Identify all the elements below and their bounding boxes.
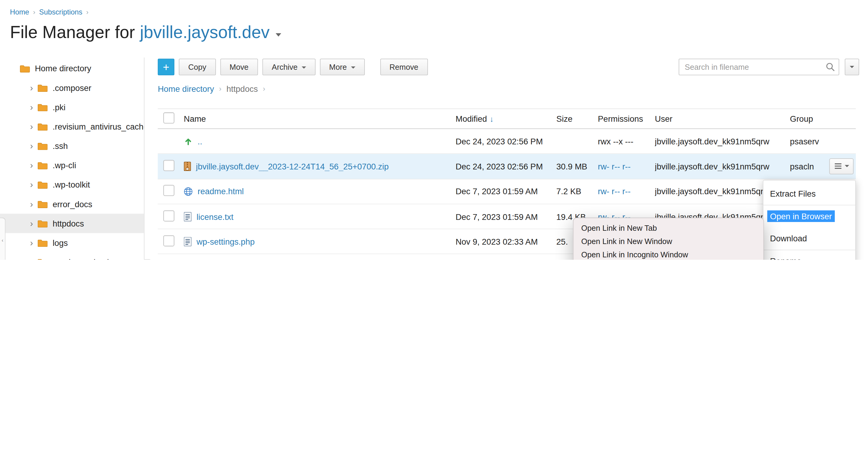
menu-item-open-in-browser-label: Open in Browser xyxy=(767,211,835,222)
sidebar-item-label: Home directory xyxy=(35,64,91,73)
domain-selector-caret-icon[interactable] xyxy=(276,33,281,36)
search-icon[interactable] xyxy=(826,63,835,71)
parent-directory-link[interactable]: .. xyxy=(197,136,202,146)
sidebar-item-wp-toolkit[interactable]: › .wp-toolkit xyxy=(0,175,144,194)
sidebar-item-label: wordpress-backups xyxy=(53,257,124,260)
user-cell: jbville.jaysoft.dev_kk91nm5qrw xyxy=(655,136,790,146)
sidebar-item-pki[interactable]: › .pki xyxy=(0,98,144,117)
user-cell: jbville.jaysoft.dev_kk91nm5qrw xyxy=(655,162,790,171)
copy-button[interactable]: Copy xyxy=(179,59,216,75)
row-menu-button[interactable] xyxy=(829,158,854,174)
row-checkbox[interactable] xyxy=(163,185,175,196)
move-button-label: Move xyxy=(229,63,249,71)
menu-item-download[interactable]: Download xyxy=(764,227,855,250)
context-item-open-link-incognito[interactable]: Open Link in Incognito Window xyxy=(574,248,764,260)
folder-icon xyxy=(38,103,48,111)
context-item-open-link-new-window[interactable]: Open Link in New Window xyxy=(574,235,764,248)
add-button[interactable]: + xyxy=(158,59,174,75)
breadcrumb-subscriptions-link[interactable]: Subscriptions xyxy=(39,8,83,16)
chevron-right-icon[interactable]: › xyxy=(28,220,36,227)
folder-icon xyxy=(20,65,30,72)
row-checkbox[interactable] xyxy=(163,160,175,171)
file-name-link[interactable]: readme.html xyxy=(197,187,244,196)
table-row: jbville.jaysoft.dev__2023-12-24T14_56_25… xyxy=(158,154,856,179)
more-button[interactable]: More xyxy=(320,59,365,75)
search-options-button[interactable] xyxy=(845,59,859,75)
archive-button[interactable]: Archive xyxy=(262,59,315,75)
left-panel-collapse-handle[interactable]: ‹ xyxy=(0,218,5,260)
sidebar-item-label: error_docs xyxy=(53,199,92,209)
chevron-right-icon[interactable]: › xyxy=(28,200,36,208)
chevron-right-icon[interactable]: › xyxy=(28,103,36,111)
path-separator: › xyxy=(219,85,221,93)
page-title-prefix: File Manager for xyxy=(10,23,135,42)
sidebar-item-label: .wp-toolkit xyxy=(53,180,90,189)
size-cell: 7.2 KB xyxy=(556,187,598,196)
column-header-modified-label: Modified xyxy=(456,114,487,124)
chevron-right-icon[interactable]: › xyxy=(28,181,36,188)
move-button[interactable]: Move xyxy=(220,59,258,75)
php-file-icon xyxy=(184,237,192,246)
sidebar-item-revisium-antivirus-cache[interactable]: › .revisium_antivirus_cache xyxy=(0,117,144,136)
file-name-link[interactable]: license.txt xyxy=(196,212,234,221)
permissions-link[interactable]: rw- r-- r-- xyxy=(598,162,630,171)
column-header-modified[interactable]: Modified↓ xyxy=(456,114,556,124)
chevron-right-icon[interactable]: › xyxy=(28,239,36,247)
folder-icon xyxy=(38,181,48,188)
remove-button[interactable]: Remove xyxy=(380,59,428,75)
context-item-open-link-new-tab[interactable]: Open Link in New Tab xyxy=(574,221,764,235)
permissions-cell: rwx --x --- xyxy=(598,136,633,146)
sidebar-item-error-docs[interactable]: › error_docs xyxy=(0,194,144,214)
chevron-down-icon[interactable]: › xyxy=(28,258,36,260)
column-header-permissions[interactable]: Permissions xyxy=(598,114,655,124)
path-current-folder: httpdocs xyxy=(226,84,258,94)
column-header-group[interactable]: Group xyxy=(790,114,829,124)
menu-item-open-in-browser[interactable]: Open in Browser xyxy=(764,205,855,227)
sidebar-item-label: .wp-cli xyxy=(53,161,76,170)
folder-icon xyxy=(38,239,48,247)
sidebar-divider xyxy=(144,58,145,260)
chevron-right-icon[interactable]: › xyxy=(28,142,36,150)
row-checkbox[interactable] xyxy=(163,210,175,221)
file-name-link[interactable]: wp-settings.php xyxy=(196,237,255,246)
sidebar-item-wordpress-backups[interactable]: › wordpress-backups xyxy=(0,253,144,260)
menu-item-extract-files[interactable]: Extract Files xyxy=(764,183,855,205)
column-header-size[interactable]: Size xyxy=(556,114,598,124)
sidebar-item-label: httpdocs xyxy=(53,219,84,228)
chevron-right-icon[interactable]: › xyxy=(28,161,36,169)
sort-descending-icon: ↓ xyxy=(490,115,494,123)
row-checkbox[interactable] xyxy=(163,235,175,247)
file-name-link[interactable]: jbville.jaysoft.dev__2023-12-24T14_56_25… xyxy=(196,162,389,171)
column-header-name[interactable]: Name xyxy=(184,114,456,124)
menu-item-rename[interactable]: Rename xyxy=(764,250,855,260)
path-home-directory-link[interactable]: Home directory xyxy=(158,84,214,94)
sidebar-collapse-handle[interactable]: ‹ xyxy=(144,259,153,260)
sidebar-item-home-directory[interactable]: Home directory xyxy=(0,59,144,78)
permissions-link[interactable]: rw- r-- r-- xyxy=(598,187,630,196)
text-file-icon xyxy=(184,212,192,221)
copy-button-label: Copy xyxy=(188,63,206,71)
select-all-checkbox[interactable] xyxy=(163,113,175,124)
domain-name[interactable]: jbville.jaysoft.dev xyxy=(140,23,270,42)
up-arrow-icon xyxy=(184,137,193,146)
breadcrumb-home-link[interactable]: Home xyxy=(10,8,29,16)
modified-cell: Dec 24, 2023 02:56 PM xyxy=(456,162,556,171)
breadcrumb-separator: › xyxy=(86,8,88,16)
hamburger-icon xyxy=(834,163,842,170)
sidebar-item-wp-cli[interactable]: › .wp-cli xyxy=(0,156,144,175)
search-input[interactable] xyxy=(679,59,839,75)
file-toolbar: + Copy Move Archive More Remove xyxy=(158,59,428,75)
row-actions-menu: Extract Files Open in Browser Download R… xyxy=(763,180,856,260)
sidebar-item-logs[interactable]: › logs xyxy=(0,233,144,253)
chevron-right-icon[interactable]: › xyxy=(28,123,36,130)
folder-icon xyxy=(38,142,48,150)
column-header-user[interactable]: User xyxy=(655,114,790,124)
sidebar-item-httpdocs[interactable]: › httpdocs xyxy=(0,214,144,233)
directory-tree: Home directory › .composer › .pki › .rev… xyxy=(0,59,144,260)
sidebar-item-label: .composer xyxy=(53,83,91,92)
sidebar-item-ssh[interactable]: › .ssh xyxy=(0,136,144,156)
sidebar-item-composer[interactable]: › .composer xyxy=(0,78,144,97)
table-header-row: Name Modified↓ Size Permissions User Gro… xyxy=(158,108,856,129)
chevron-right-icon[interactable]: › xyxy=(28,84,36,92)
folder-icon xyxy=(38,84,48,92)
